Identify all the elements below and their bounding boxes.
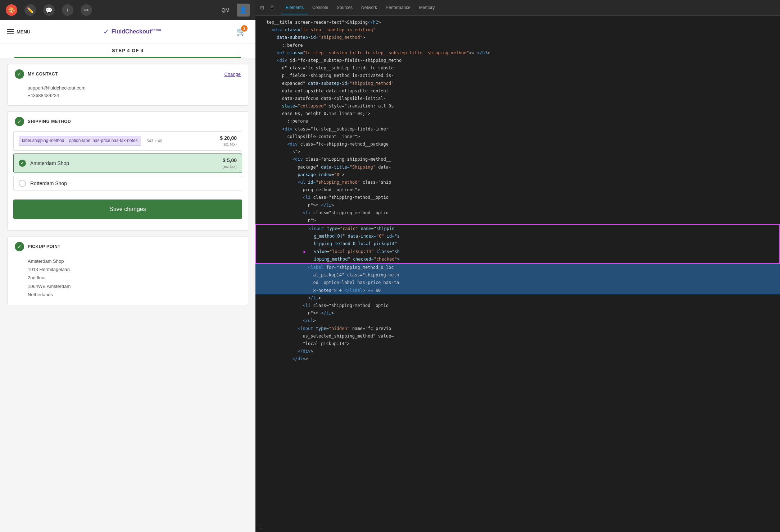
code-line[interactable]: <div class="fc-step__substep-fields-inne… (255, 125, 780, 133)
code-line[interactable]: p__fields--shipping_method is-activated … (255, 72, 780, 79)
shipping-price-first: $ 20,00 (ex. tax) (220, 135, 237, 147)
code-line[interactable]: </div> (255, 348, 780, 355)
save-button-container: Save changes (8, 200, 248, 230)
tab-elements[interactable]: Elements (281, 1, 308, 14)
rotterdam-radio[interactable] (19, 180, 26, 187)
code-line[interactable]: data-substep-id="shipping_method"> (255, 34, 780, 41)
code-line[interactable]: collapsible-content__inner"> (255, 133, 780, 141)
logo: ✓ FluidCheckoutdemo (103, 27, 161, 36)
cart-badge: 2 (241, 25, 248, 32)
code-line[interactable]: package-index="0"> (255, 171, 780, 179)
code-line[interactable]: data-collapsible data-collapsible-conten… (255, 87, 780, 95)
pen-icon[interactable]: ✏️ (24, 4, 36, 16)
code-line[interactable]: </li> (255, 294, 780, 302)
contact-body: support@fluidcheckout.com +43688434234 (8, 84, 248, 105)
code-line[interactable]: <li class="shipping-method__optio (255, 302, 780, 309)
pickup-line: Netherlands (28, 290, 241, 299)
add-icon[interactable]: + (62, 4, 73, 16)
code-line[interactable]: ▶ value="local_pickup:14" class="sh (255, 248, 780, 256)
logo-checkmark: ✓ (103, 27, 109, 36)
checkout-content: ✓ MY CONTACT Change support@fluidcheckou… (0, 58, 255, 311)
contact-email: support@fluidcheckout.com (28, 84, 241, 92)
edit-icon[interactable]: ✏ (81, 4, 92, 16)
tab-sources[interactable]: Sources (332, 1, 357, 14)
devtools-tabs: ⊞ 📱 Elements Console Sources Network Per… (255, 0, 780, 16)
comment-icon[interactable]: 💬 (43, 4, 55, 16)
save-changes-button[interactable]: Save changes (13, 200, 242, 219)
code-line[interactable]: ::before (255, 42, 780, 49)
code-line[interactable]: </ul> (255, 317, 780, 325)
code-line[interactable]: state="collapsed" style="transition: all… (255, 102, 780, 110)
tab-performance[interactable]: Performance (381, 1, 415, 14)
paint-icon[interactable]: 🎨 (6, 4, 17, 16)
code-line[interactable]: </div> (255, 355, 780, 363)
code-line[interactable]: n"> (255, 217, 780, 224)
code-line[interactable]: <li class="shipping-method__optio (255, 209, 780, 217)
shipping-price-amsterdam: $ 5,00 (ex. tax) (222, 157, 237, 169)
code-view[interactable]: tep__title screen-reader-text">Shipping<… (255, 16, 780, 523)
code-line[interactable]: al_pickup14" class="shipping-meth (255, 271, 780, 279)
shipping-option-rotterdam[interactable]: Rotterdam Shop (13, 176, 242, 191)
code-line[interactable]: n">⊙ </li> (255, 309, 780, 317)
code-line[interactable]: <div id="fc-step__substep-fields--shippi… (255, 57, 780, 64)
code-line[interactable]: <input type="hidden" name="fc_previo (255, 325, 780, 332)
code-line[interactable]: us_selected_shipping_method" value= (255, 332, 780, 340)
pickup-address: Amsterdam Shop1013 Hermitagelaan2nd floo… (28, 257, 241, 299)
code-line[interactable]: <li class="shipping-method__optio (255, 194, 780, 201)
pickup-check-icon: ✓ (15, 242, 24, 251)
shipping-method-section: ✓ SHIPPING METHOD label.shipping-method_… (7, 111, 248, 231)
pickup-line: 1013 Hermitagelaan (28, 265, 241, 274)
code-line[interactable]: ease 0s, height 0.15s linear 0s;"> (255, 110, 780, 118)
hamburger-icon (7, 29, 14, 34)
shipping-option-first[interactable]: label.shipping-method__option-label.has-… (13, 131, 242, 151)
pickup-point-section: ✓ PICKUP POINT Amsterdam Shop1013 Hermit… (7, 237, 248, 305)
code-line[interactable]: <div class="fc-shipping-method__package (255, 141, 780, 148)
user-avatar: 👤 (237, 4, 250, 17)
code-line[interactable]: ipping_method" checked="checked"> (255, 256, 780, 264)
tab-console[interactable]: Console (308, 1, 332, 14)
code-line[interactable]: g_method[0]" data-index="0" id="s (255, 233, 780, 240)
device-icon[interactable]: 📱 (268, 4, 276, 12)
devtools-tab-icons: ⊞ 📱 (258, 4, 276, 12)
amsterdam-radio[interactable] (19, 160, 26, 167)
code-line[interactable]: d" class="fc-step__substep-fields fc-sub… (255, 64, 780, 72)
code-line[interactable]: x-notes"> ⊙ </label> == $0 (255, 287, 780, 294)
pickup-line: Amsterdam Shop (28, 257, 241, 265)
code-line[interactable]: ping-method__options"> (255, 186, 780, 194)
checkout-header: MENU ✓ FluidCheckoutdemo 🛒 2 (0, 20, 255, 43)
code-line[interactable]: package" data-title="Shipping" data- (255, 164, 780, 171)
shipping-method-header: ✓ SHIPPING METHOD (8, 112, 248, 131)
amsterdam-shop-label: Amsterdam Shop (30, 160, 222, 166)
code-line[interactable]: expanded" data-substep-id="shipping_meth… (255, 80, 780, 87)
menu-label: MENU (17, 29, 30, 35)
code-line[interactable]: <label for="shipping_method_0_loc (255, 264, 780, 271)
code-line[interactable]: <h3 class="fc-step__substep-title fc-ste… (255, 49, 780, 57)
more-dots[interactable]: ··· (255, 523, 780, 532)
code-line[interactable]: "local_pickup:14"> (255, 340, 780, 348)
pickup-title: PICKUP POINT (28, 244, 241, 249)
shipping-option-amsterdam[interactable]: Amsterdam Shop $ 5,00 (ex. tax) (13, 153, 242, 173)
tab-network[interactable]: Network (357, 1, 381, 14)
change-contact-link[interactable]: Change (224, 72, 241, 77)
code-line[interactable]: <div class="fc-step__substep is-editing" (255, 26, 780, 34)
code-line[interactable]: <input type="radio" name="shippin (255, 224, 780, 233)
qm-label: QM (221, 7, 230, 13)
devtools-panel: ⊞ 📱 Elements Console Sources Network Per… (255, 0, 780, 532)
code-line[interactable]: <ul id="shipping_method" class="ship (255, 179, 780, 186)
code-line[interactable]: <div class="shipping shipping-method__ (255, 156, 780, 163)
shipping-options: label.shipping-method__option-label.has-… (8, 131, 248, 200)
inspect-icon[interactable]: ⊞ (258, 4, 266, 12)
code-line[interactable]: s"> (255, 148, 780, 156)
menu-button[interactable]: MENU (7, 29, 30, 35)
step-label: STEP 4 OF 4 (7, 48, 248, 53)
code-line[interactable]: n">⊙ </li> (255, 202, 780, 209)
code-line[interactable]: tep__title screen-reader-text">Shipping<… (255, 19, 780, 26)
my-contact-section: ✓ MY CONTACT Change support@fluidcheckou… (7, 64, 248, 106)
code-line[interactable]: od__option-label has-price has-ta (255, 279, 780, 286)
code-line[interactable]: data-autofocus data-collapsible-initial- (255, 95, 780, 102)
pickup-header: ✓ PICKUP POINT (8, 237, 248, 256)
code-line[interactable]: ::before (255, 118, 780, 125)
cart-icon[interactable]: 🛒 2 (234, 24, 248, 39)
code-line[interactable]: hipping_method_0_local_pickup14" (255, 240, 780, 248)
tab-memory[interactable]: Memory (415, 1, 439, 14)
